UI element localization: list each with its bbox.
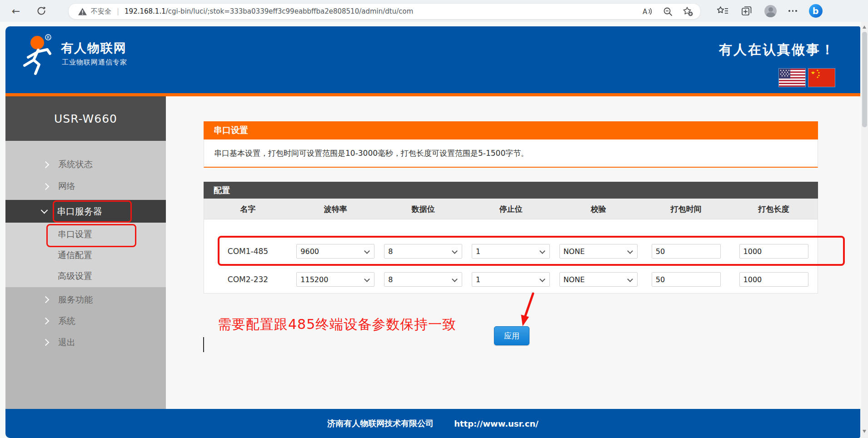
serial-config-table: 名字 波特率 数据位 停止位 校验 打包时间 打包长度 COM1-485 960…: [204, 199, 818, 294]
chevron-down-icon: 115200: [296, 272, 374, 287]
table-row-com1: COM1-485 9600 8 1 NONE: [204, 237, 818, 265]
annotation-text: 需要配置跟485终端设备参数保持一致: [218, 315, 456, 334]
port-name: COM2-232: [204, 275, 292, 284]
chevron-right-icon: [42, 183, 50, 190]
add-favorite-icon[interactable]: [683, 6, 693, 16]
col-header-parity: 校验: [554, 199, 642, 219]
sidebar: USR-W660 系统状态 网络 串口服务器 串口设置 通信配置 高级设置: [5, 96, 166, 409]
header-accent-strip: [5, 93, 860, 96]
not-secure-warning-icon: [78, 7, 87, 16]
svg-text:A: A: [643, 8, 648, 16]
sidebar-item-system[interactable]: 系统: [5, 310, 166, 332]
packlength-input-com1[interactable]: [739, 244, 808, 259]
packlength-input-com2[interactable]: [739, 272, 808, 287]
section-title: 串口设置: [214, 124, 248, 136]
chevron-right-icon: [42, 339, 50, 346]
config-title: 配置: [214, 185, 230, 196]
scrollbar[interactable]: [861, 22, 868, 438]
parity-select-com1[interactable]: NONE: [559, 244, 638, 259]
us-flag-icon[interactable]: [778, 68, 806, 87]
col-header-baud: 波特率: [292, 199, 379, 219]
footer-website-link[interactable]: http://www.usr.cn/: [454, 419, 539, 428]
url-domain: 192.168.1.1: [125, 7, 166, 15]
col-header-databits: 数据位: [379, 199, 467, 219]
table-row-com2: COM2-232 115200 8 1 NONE: [204, 265, 818, 294]
baud-select-com1[interactable]: 9600: [296, 244, 374, 259]
browser-toolbar: ← 不安全 | 192.168.1.1/cgi-bin/luci/;stok=3…: [0, 0, 868, 22]
settings-menu-icon[interactable]: [788, 10, 797, 12]
section-title-bar: 串口设置: [204, 121, 818, 139]
sidebar-item-services[interactable]: 服务功能: [5, 287, 166, 310]
screen: ← 不安全 | 192.168.1.1/cgi-bin/luci/;stok=3…: [0, 0, 868, 438]
refresh-icon[interactable]: [34, 3, 49, 19]
baud-select-com2[interactable]: 115200: [296, 272, 374, 287]
scroll-down-icon[interactable]: [863, 430, 866, 433]
sidebar-item-logout[interactable]: 退出: [5, 332, 166, 353]
table-header-row: 名字 波特率 数据位 停止位 校验 打包时间 打包长度: [204, 199, 818, 219]
chevron-right-icon: [42, 161, 50, 168]
brand-subtitle: 工业物联网通信专家: [62, 58, 127, 67]
back-icon[interactable]: ←: [8, 3, 24, 19]
collections-icon[interactable]: [741, 5, 753, 17]
config-title-bar: 配置: [204, 182, 818, 199]
sidebar-item-serial-server[interactable]: 串口服务器: [5, 200, 166, 223]
chevron-right-icon: [42, 296, 50, 304]
sidebar-subitem-serial-settings[interactable]: 串口设置: [5, 223, 166, 245]
col-header-packtime: 打包时间: [642, 199, 730, 219]
port-name: COM1-485: [204, 247, 292, 256]
section-description-box: 串口基本设置，打包时间可设置范围是10-3000毫秒，打包长度可设置范围是5-1…: [204, 139, 818, 168]
sidebar-subitem-advanced-settings[interactable]: 高级设置: [5, 266, 166, 287]
header-slogan: 有人在认真做事！: [719, 41, 835, 59]
sidebar-section-submenu: 串口设置 通信配置 高级设置: [5, 223, 166, 287]
databits-select-com2[interactable]: 8: [384, 272, 462, 287]
profile-avatar[interactable]: [764, 5, 777, 17]
cn-flag-icon[interactable]: [808, 68, 835, 87]
bing-chat-icon[interactable]: b: [809, 4, 823, 18]
sidebar-item-label: 通信配置: [58, 249, 92, 261]
databits-select-com1[interactable]: 8: [384, 244, 462, 259]
parity-select-com2[interactable]: NONE: [559, 272, 638, 287]
address-bar[interactable]: 不安全 | 192.168.1.1/cgi-bin/luci/;stok=333…: [68, 3, 701, 20]
sidebar-section-top: 系统状态 网络: [5, 141, 166, 200]
chevron-down-icon: 9600: [296, 244, 374, 259]
url-text[interactable]: 192.168.1.1/cgi-bin/luci/;stok=333ba0339…: [125, 7, 413, 15]
svg-text:R: R: [47, 35, 50, 40]
footer-company: 济南有人物联网技术有限公司: [327, 418, 434, 429]
sidebar-subitem-comm-config[interactable]: 通信配置: [5, 245, 166, 266]
chevron-down-icon: 8: [384, 244, 462, 259]
apply-button-label: 应用: [504, 331, 519, 341]
favorites-icon[interactable]: [716, 5, 729, 16]
col-header-stopbits: 停止位: [467, 199, 555, 219]
chevron-down-icon: [41, 206, 48, 214]
read-aloud-icon[interactable]: A: [642, 7, 653, 16]
stopbits-select-com1[interactable]: 1: [472, 244, 550, 259]
sidebar-item-label: 退出: [58, 337, 75, 348]
packtime-input-com2[interactable]: [652, 272, 721, 287]
chevron-down-icon: 1: [472, 272, 550, 287]
sidebar-item-label: 服务功能: [58, 294, 93, 306]
col-header-packlength: 打包长度: [730, 199, 818, 219]
chevron-down-icon: NONE: [559, 244, 638, 259]
sidebar-item-label: 高级设置: [58, 270, 92, 282]
stopbits-select-com2[interactable]: 1: [472, 272, 550, 287]
site-footer: 济南有人物联网技术有限公司 http://www.usr.cn/: [5, 409, 860, 438]
sidebar-item-label: 系统: [58, 315, 75, 327]
scroll-up-icon[interactable]: [863, 25, 866, 29]
sidebar-item-label: 串口服务器: [57, 205, 102, 218]
usr-logo-icon: R: [19, 34, 58, 79]
device-model: USR-W660: [5, 96, 166, 141]
chevron-down-icon: 1: [472, 244, 550, 259]
col-header-name: 名字: [204, 199, 292, 219]
zoom-out-icon[interactable]: [663, 7, 673, 16]
sidebar-item-label: 串口设置: [58, 229, 92, 240]
sidebar-item-system-status[interactable]: 系统状态: [5, 141, 166, 175]
sidebar-item-network[interactable]: 网络: [5, 175, 166, 197]
sidebar-item-label: 系统状态: [58, 159, 93, 170]
security-label[interactable]: 不安全: [91, 7, 111, 16]
sidebar-item-label: 网络: [58, 180, 75, 192]
packtime-input-com1[interactable]: [652, 244, 721, 259]
scrollbar-thumb[interactable]: [862, 32, 867, 127]
text-cursor: [203, 337, 204, 352]
chevron-down-icon: NONE: [559, 272, 638, 287]
brand-title: 有人物联网: [61, 40, 127, 56]
